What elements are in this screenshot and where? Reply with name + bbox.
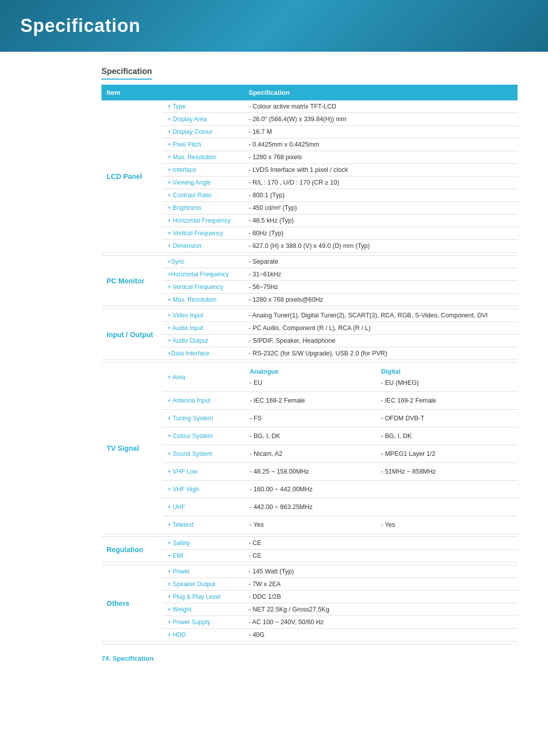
table-row: TV Signal+ AreaAnalogueDigital- EU- EU (…: [101, 363, 518, 392]
col-header-spec: Specification: [244, 85, 518, 100]
table-row: + UHF- 442.00 ~ 863.25MHz: [101, 498, 518, 516]
spec-value-cell: - 48.25 ~ 158.00MHz- 51MHz ~ 858MHz: [244, 463, 518, 481]
table-row: + Tuning System- FS- OFDM DVB-T: [101, 410, 518, 427]
table-row: + VHF High- 160.00 ~ 442.00MHz: [101, 481, 518, 498]
sub-item-cell: + Power: [162, 565, 244, 578]
table-row: + Vertical Frequency- 60Hz (Typ): [101, 227, 518, 240]
spec-value-cell: - 48.5 kHz (Typ): [244, 214, 518, 227]
spec-value-cell: - 60Hz (Typ): [244, 227, 518, 240]
sub-item-cell: + Pixel Pitch: [162, 138, 244, 151]
header-banner: Specification: [0, 0, 548, 52]
category-cell: Regulation: [101, 537, 162, 562]
category-cell: TV Signal: [101, 363, 162, 534]
spec-value-cell: - IEC 169-2 Female- IEC 169-2 Female: [244, 392, 518, 410]
sub-item-cell: +Horizontal Frequency: [162, 268, 244, 281]
sub-item-cell: + Display Area: [162, 113, 244, 126]
table-row: + Audio Output- S/PDIF, Speaker, Headpho…: [101, 335, 518, 347]
table-row: Others+ Power- 145 Watt (Typ): [101, 565, 518, 578]
table-row: + Brightness- 450 cd/m² (Typ): [101, 202, 518, 214]
spec-value-cell: - 7W x 2EA: [244, 578, 518, 591]
sub-item-cell: + Safety: [162, 537, 244, 550]
table-row: PC Monitor+Sync- Separate: [101, 256, 518, 268]
sub-item-cell: + Tuning System: [162, 410, 244, 427]
table-row: Regulation+ Safety- CE: [101, 537, 518, 550]
spacer-row: [101, 641, 518, 644]
spec-value-cell: - 1280 x 768 pixels: [244, 151, 518, 164]
spec-value-cell: - R/L : 170 , U/D : 170 (CR ≥ 10): [244, 176, 518, 189]
sub-item-cell: + Plug & Play Level: [162, 591, 244, 603]
sub-item-cell: + Power Supply: [162, 616, 244, 629]
table-row: + Dimension- 627.0 (H) x 389.0 (V) x 49.…: [101, 240, 518, 253]
col-header-sub: [162, 85, 244, 100]
sub-item-cell: + Area: [162, 363, 244, 392]
sub-item-cell: + UHF: [162, 498, 244, 516]
sub-item-cell: +Sync: [162, 256, 244, 268]
table-row: + Speaker Output- 7W x 2EA: [101, 578, 518, 591]
table-row: +Horizontal Frequency- 31~61kHz: [101, 268, 518, 281]
sub-item-cell: + Dimension: [162, 240, 244, 253]
table-row: + Power Supply- AC 100 ~ 240V, 50/60 Hz: [101, 616, 518, 629]
category-cell: Others: [101, 565, 162, 641]
table-row: + Display Colour- 16.7 M: [101, 126, 518, 138]
spec-value-cell: - Separate: [244, 256, 518, 268]
sub-item-cell: + Vertical Frequency: [162, 281, 244, 294]
table-row: + Max. Resolution- 1280 x 768 pixels: [101, 151, 518, 164]
sub-item-cell: + Max. Resolution: [162, 151, 244, 164]
spec-value-cell: - 145 Watt (Typ): [244, 565, 518, 578]
specification-table: Item Specification LCD Panel+ Type- Colo…: [101, 85, 518, 644]
spec-value-cell: - Colour active matrix TFT-LCD: [244, 100, 518, 113]
spec-value-cell: - 0.4425mm x 0.4425mm: [244, 138, 518, 151]
table-row: + Sound System- Nicam, A2- MPEG1 Layer 1…: [101, 445, 518, 463]
footer-note: 74. Specification: [101, 655, 518, 662]
table-row: + Pixel Pitch- 0.4425mm x 0.4425mm: [101, 138, 518, 151]
table-row: +Data Interface- RS-232C (for S/W Upgrad…: [101, 347, 518, 360]
spec-value-cell: - Nicam, A2- MPEG1 Layer 1/2: [244, 445, 518, 463]
sub-item-cell: + Audio Output: [162, 335, 244, 347]
spec-value-cell: - 160.00 ~ 442.00MHz: [244, 481, 518, 498]
spec-value-cell: - 16.7 M: [244, 126, 518, 138]
table-row: + Antenna Input- IEC 169-2 Female- IEC 1…: [101, 392, 518, 410]
sub-item-cell: + Interface: [162, 164, 244, 176]
sub-item-cell: + VHF Low: [162, 463, 244, 481]
sub-item-cell: + Horizontal Frequency: [162, 214, 244, 227]
spec-value-cell: - LVDS Interface with 1 pixel / clock: [244, 164, 518, 176]
table-row: + Vertical Frequency- 56~75Hz: [101, 281, 518, 294]
sub-item-cell: + EMI: [162, 550, 244, 562]
spec-value-cell: - 1280 x 768 pixels@60Hz: [244, 294, 518, 306]
section-title: Specification: [101, 67, 152, 80]
spec-value-cell: - NET 22.5Kg / Gross27.5Kg: [244, 603, 518, 616]
sub-item-cell: + Display Colour: [162, 126, 244, 138]
sub-item-cell: + HDD: [162, 629, 244, 641]
table-row: + Contrast Ratio- 800:1 (Typ): [101, 189, 518, 202]
table-row: + Viewing Angle- R/L : 170 , U/D : 170 (…: [101, 176, 518, 189]
spec-value-cell: - BG, I, DK- BG, I, DK: [244, 427, 518, 445]
sub-item-cell: + VHF High: [162, 481, 244, 498]
sub-item-cell: + Video Input: [162, 309, 244, 322]
sub-item-cell: + Teletext: [162, 516, 244, 534]
spec-value-cell: - DDC 1/2B: [244, 591, 518, 603]
spec-value-cell: - 40G: [244, 629, 518, 641]
spec-value-cell: - S/PDIF, Speaker, Headphone: [244, 335, 518, 347]
spec-value-cell: - 442.00 ~ 863.25MHz: [244, 498, 518, 516]
spec-value-cell: - CE: [244, 550, 518, 562]
table-row: LCD Panel+ Type- Colour active matrix TF…: [101, 100, 518, 113]
table-row: + Plug & Play Level- DDC 1/2B: [101, 591, 518, 603]
sub-item-cell: + Sound System: [162, 445, 244, 463]
table-row: + HDD- 40G: [101, 629, 518, 641]
spec-value-cell: AnalogueDigital- EU- EU (MHEG): [244, 363, 518, 392]
sub-item-cell: + Type: [162, 100, 244, 113]
sub-item-cell: + Colour System: [162, 427, 244, 445]
spec-value-cell: - FS- OFDM DVB-T: [244, 410, 518, 427]
spec-value-cell: - PC Audio, Component (R / L), RCA (R / …: [244, 322, 518, 335]
spec-value-cell: - CE: [244, 537, 518, 550]
sub-item-cell: + Vertical Frequency: [162, 227, 244, 240]
table-row: + Horizontal Frequency- 48.5 kHz (Typ): [101, 214, 518, 227]
sub-item-cell: + Speaker Output: [162, 578, 244, 591]
table-row: + Weight- NET 22.5Kg / Gross27.5Kg: [101, 603, 518, 616]
page-title: Specification: [20, 15, 528, 37]
sub-item-cell: + Max. Resolution: [162, 294, 244, 306]
table-row: Input / Output+ Video Input- Analog Tune…: [101, 309, 518, 322]
page-content: Specification Item Specification LCD Pan…: [0, 67, 548, 682]
sub-item-cell: + Contrast Ratio: [162, 189, 244, 202]
sub-item-cell: +Data Interface: [162, 347, 244, 360]
